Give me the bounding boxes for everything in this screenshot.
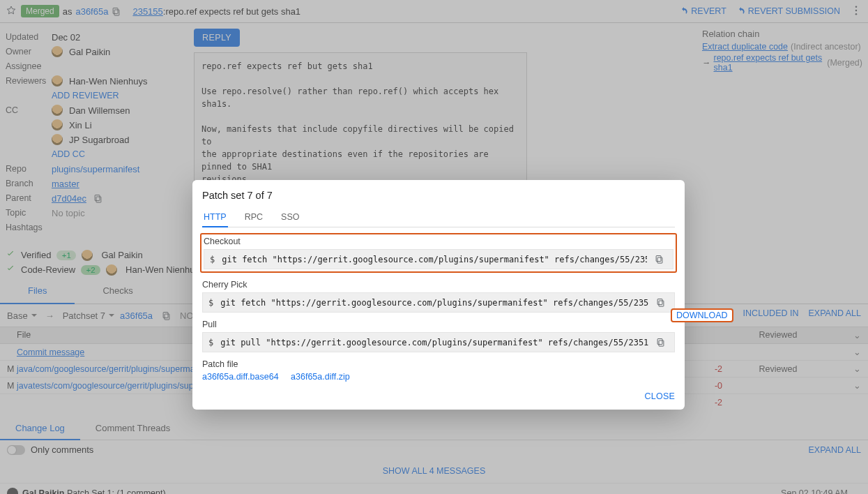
relation-link[interactable]: Extract duplicate code xyxy=(702,42,788,52)
chevron-down-icon[interactable]: ⌄ xyxy=(853,380,861,391)
revert-button[interactable]: REVERT xyxy=(679,6,726,16)
relation-link[interactable]: repo.ref expects ref but gets sha1 xyxy=(714,53,825,73)
checkout-command[interactable]: git fetch "https://gerrit.googlesource.c… xyxy=(222,255,647,264)
branch-link[interactable]: master xyxy=(52,179,79,189)
header-sha-link[interactable]: a36f65a xyxy=(75,6,108,17)
parent-link[interactable]: d7d04ec xyxy=(52,193,86,204)
close-button[interactable]: CLOSE xyxy=(645,391,675,401)
chevron-down-icon[interactable]: ⌄ xyxy=(853,330,861,340)
relation-chain-heading: Relation chain xyxy=(702,29,862,39)
svg-rect-8 xyxy=(163,312,168,317)
only-comments-toggle[interactable] xyxy=(7,445,25,455)
mod-indicator: M xyxy=(7,364,17,374)
tab-comment-threads[interactable]: Comment Threads xyxy=(80,416,185,440)
file-col-header: File xyxy=(17,330,31,340)
code-review-vote-chip: +2 xyxy=(81,265,100,275)
cherry-pick-command[interactable]: git fetch "https://gerrit.googlesource.c… xyxy=(220,298,648,308)
cc-name[interactable]: Dan Willemsen xyxy=(69,105,130,116)
star-icon[interactable] xyxy=(6,5,17,18)
repo-link[interactable]: plugins/supermanifest xyxy=(52,164,139,174)
patchset-select[interactable]: Patchset 7 xyxy=(63,310,114,321)
file-link[interactable]: javatests/com/googlesource/gerrit/plugin… xyxy=(17,381,201,391)
chevron-down-icon[interactable]: ⌄ xyxy=(853,488,861,495)
metadata-column: UpdatedDec 02 OwnerGal Paikin Assignee R… xyxy=(6,29,185,241)
revert-submission-button[interactable]: REVERT SUBMISSION xyxy=(736,6,840,16)
avatar xyxy=(52,134,63,145)
reviewer-name[interactable]: Han-Wen Nienhuys xyxy=(69,76,147,87)
dialog-tab-sso[interactable]: SSO xyxy=(280,208,300,227)
log-entry[interactable]: Gal Paikin Patch Set 1: (1 comment) Sep … xyxy=(0,484,868,494)
tab-checks[interactable]: Checks xyxy=(75,278,160,304)
kebab-menu-icon[interactable] xyxy=(850,4,862,19)
patchset-sha-link[interactable]: a36f65a xyxy=(120,310,153,321)
avatar xyxy=(106,264,117,276)
patch-file-base64-link[interactable]: a36f65a.diff.base64 xyxy=(202,372,279,382)
chevron-down-icon[interactable]: ⌄ xyxy=(853,364,861,374)
show-all-messages-button[interactable]: SHOW ALL 4 MESSAGES xyxy=(0,459,868,484)
cc-name[interactable]: Xin Li xyxy=(69,120,92,130)
svg-rect-5 xyxy=(96,197,101,202)
verified-label: Verified xyxy=(21,250,51,260)
cc-name[interactable]: JP Sugarbroad xyxy=(69,135,130,145)
dialog-title: Patch set 7 of 7 xyxy=(202,190,675,201)
log-time: Sep 02 10:49 AM xyxy=(781,488,848,494)
expand-all-button[interactable]: EXPAND ALL xyxy=(808,308,861,322)
file-link[interactable]: java/com/googlesource/gerrit/plugins/sup… xyxy=(17,364,201,374)
tab-files[interactable]: Files xyxy=(0,278,75,304)
avatar xyxy=(52,75,63,87)
cc-label: CC xyxy=(6,105,52,115)
delta-value: -0 xyxy=(701,381,722,391)
copy-icon[interactable] xyxy=(111,6,121,17)
copy-icon[interactable] xyxy=(161,310,172,321)
patch-file-section: Patch file a36f65a.diff.base64 a36f65a.d… xyxy=(202,359,675,382)
add-cc-button[interactable]: ADD CC xyxy=(52,149,85,159)
verified-vote-chip: +1 xyxy=(56,250,76,260)
svg-rect-11 xyxy=(659,301,664,306)
checkout-label: Checkout xyxy=(204,237,673,246)
prompt-icon: $ xyxy=(208,298,213,308)
change-title: repo.ref expects ref but gets sha1 xyxy=(165,6,300,17)
dialog-tabs: HTTP RPC SSO xyxy=(202,208,675,227)
parent-label: Parent xyxy=(6,193,52,203)
dialog-tab-rpc[interactable]: RPC xyxy=(243,208,264,227)
svg-point-2 xyxy=(855,6,858,8)
tab-change-log[interactable]: Change Log xyxy=(0,416,80,440)
chevron-down-icon[interactable]: ⌄ xyxy=(853,347,861,357)
pull-command[interactable]: git pull "https://gerrit.googlesource.co… xyxy=(220,338,648,347)
only-comments-label: Only comments xyxy=(31,444,93,455)
delta-value: -2 xyxy=(701,364,722,374)
avatar xyxy=(52,105,63,116)
file-link[interactable]: Commit message xyxy=(17,347,84,357)
check-icon xyxy=(6,249,15,261)
reply-button[interactable]: REPLY xyxy=(194,29,240,47)
patch-file-zip-link[interactable]: a36f65a.diff.zip xyxy=(291,372,350,382)
delta-total: -2 xyxy=(701,398,722,407)
branch-label: Branch xyxy=(6,179,52,188)
svg-rect-7 xyxy=(165,314,169,320)
base-select[interactable]: Base xyxy=(7,310,37,321)
download-dialog: Patch set 7 of 7 HTTP RPC SSO Checkout $… xyxy=(192,180,685,410)
owner-label: Owner xyxy=(6,47,52,57)
add-reviewer-button[interactable]: ADD REVIEWER xyxy=(52,91,119,100)
download-button[interactable]: DOWNLOAD xyxy=(671,308,733,322)
copy-icon[interactable] xyxy=(655,297,666,308)
cherry-pick-command-box: $ git fetch "https://gerrit.googlesource… xyxy=(202,292,675,313)
avatar xyxy=(52,119,63,130)
reviewers-label: Reviewers xyxy=(6,76,52,86)
copy-icon[interactable] xyxy=(93,193,103,204)
revert-label: REVERT xyxy=(691,6,726,16)
included-in-button[interactable]: INCLUDED IN xyxy=(743,308,799,322)
relation-chain-column: Relation chain Extract duplicate code(In… xyxy=(702,29,862,241)
pull-label: Pull xyxy=(202,320,675,329)
arrow-right-icon: → xyxy=(702,58,711,68)
expand-all-button[interactable]: EXPAND ALL xyxy=(808,445,861,455)
copy-icon[interactable] xyxy=(655,337,666,347)
copy-icon[interactable] xyxy=(654,254,664,264)
as-text: as xyxy=(63,6,73,17)
dialog-tab-http[interactable]: HTTP xyxy=(202,208,228,227)
revert-submission-label: REVERT SUBMISSION xyxy=(748,6,840,16)
change-number-link[interactable]: 235155 xyxy=(132,6,162,17)
avatar xyxy=(52,46,63,57)
svg-rect-12 xyxy=(657,299,662,305)
change-header: Merged as a36f65a 235155 : repo.ref expe… xyxy=(0,0,868,23)
